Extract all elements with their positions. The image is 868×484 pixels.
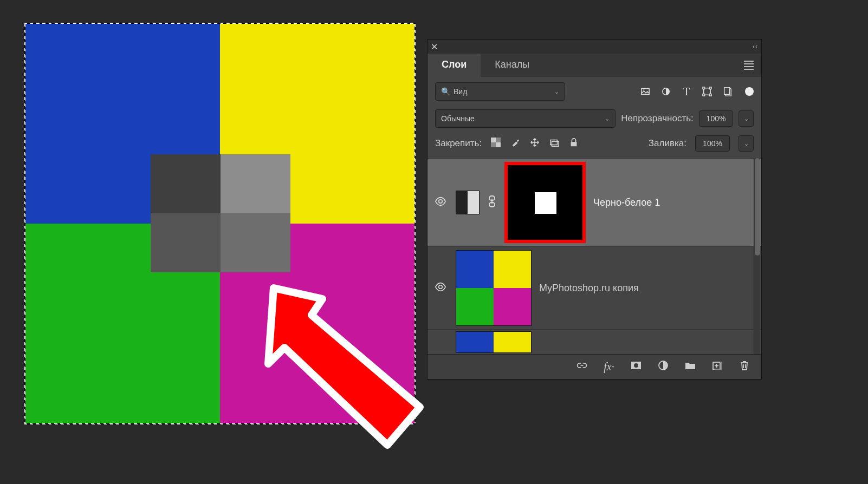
new-layer-icon[interactable] [711,360,723,374]
new-adjustment-icon[interactable] [657,360,669,374]
svg-point-23 [634,363,638,368]
panel-tabs: Слои Каналы [427,54,761,77]
filter-pixel-icon[interactable] [640,86,651,97]
svg-rect-13 [491,142,496,147]
layer-name[interactable]: Черно-белое 1 [593,197,660,208]
svg-rect-10 [491,138,496,142]
svg-rect-1 [642,89,649,95]
fill-value[interactable]: 100% [695,135,730,152]
lock-artboard-icon[interactable] [549,138,560,150]
visibility-icon[interactable] [433,195,448,210]
layer-thumb[interactable] [456,331,532,353]
panel-footer: fx˅ [427,354,761,379]
svg-point-2 [643,89,644,90]
filter-icon-strip: T [640,86,733,97]
svg-rect-15 [552,141,559,146]
close-icon[interactable]: ✕ [431,42,438,52]
blend-mode-value: Обычные [441,114,475,123]
layer-kind-value: Вид [454,87,467,96]
mask-link-icon[interactable] [487,195,497,211]
layers-panel: ✕ ‹‹ Слои Каналы 🔍 Вид ⌄ T [427,39,762,380]
tab-channels[interactable]: Каналы [481,54,543,77]
adjustment-thumb[interactable] [456,191,480,214]
filter-shape-icon[interactable] [702,86,712,97]
layer-row[interactable]: Черно-белое 1 [427,158,761,246]
layer-style-icon[interactable]: fx˅ [603,361,615,373]
lock-pixels-icon[interactable] [510,138,521,150]
canvas-area[interactable] [24,23,416,424]
filter-smart-icon[interactable] [722,86,733,97]
svg-rect-7 [703,94,705,96]
layer-name[interactable]: MyPhotoshop.ru копия [539,283,639,294]
svg-rect-6 [710,87,712,89]
chevron-down-icon: ⌄ [554,88,559,95]
svg-rect-12 [496,138,501,142]
link-layers-icon[interactable] [576,360,588,374]
svg-rect-8 [710,94,712,96]
svg-point-17 [439,199,442,202]
delete-layer-icon[interactable] [739,360,750,374]
chevron-down-icon: ⌄ [605,115,610,122]
visibility-icon[interactable] [433,281,448,296]
panel-menu-icon[interactable] [736,54,761,77]
opacity-slider-toggle[interactable]: ⌄ [739,110,754,127]
lock-row: Закрепить: Заливка: 100% ⌄ [427,133,761,158]
layer-thumb[interactable] [456,250,532,326]
lock-label: Закрепить: [435,138,482,149]
collapse-icon[interactable]: ‹‹ [753,43,758,50]
layer-kind-dropdown[interactable]: 🔍 Вид ⌄ [435,82,565,101]
add-mask-icon[interactable] [630,360,642,374]
filter-adjustment-icon[interactable] [660,86,671,97]
svg-rect-5 [703,87,705,89]
svg-rect-11 [496,142,501,147]
blend-opacity-row: Обычные ⌄ Непрозрачность: 100% ⌄ [427,106,761,133]
layers-scrollbar[interactable] [754,158,760,354]
opacity-label: Непрозрачность: [621,113,694,124]
svg-rect-16 [571,142,577,146]
blend-mode-dropdown[interactable]: Обычные ⌄ [435,109,616,128]
layer-row[interactable]: MyPhotoshop.ru копия [427,246,761,329]
lock-all-icon[interactable] [568,138,579,150]
lock-position-icon[interactable] [529,138,540,150]
canvas-bw-overlay [151,154,290,272]
filter-toggle[interactable] [745,87,754,96]
search-icon: 🔍 [441,87,450,96]
scrollbar-thumb[interactable] [755,158,760,256]
svg-point-21 [439,285,442,288]
filter-text-icon[interactable]: T [681,86,692,97]
svg-rect-14 [550,140,558,145]
fill-label: Заливка: [649,138,686,149]
lock-transparency-icon[interactable] [490,138,501,150]
opacity-value[interactable]: 100% [699,110,733,127]
panel-titlebar[interactable]: ✕ ‹‹ [427,40,761,54]
layer-row[interactable] [427,329,761,354]
layers-list: Черно-белое 1 MyPhotoshop.ru копия [427,158,761,354]
svg-rect-9 [724,88,730,95]
fill-slider-toggle[interactable]: ⌄ [739,135,754,152]
filter-row: 🔍 Вид ⌄ T [427,77,761,106]
layer-mask-thumb[interactable] [504,162,586,243]
new-group-icon[interactable] [684,360,696,374]
tab-layers[interactable]: Слои [427,54,481,77]
